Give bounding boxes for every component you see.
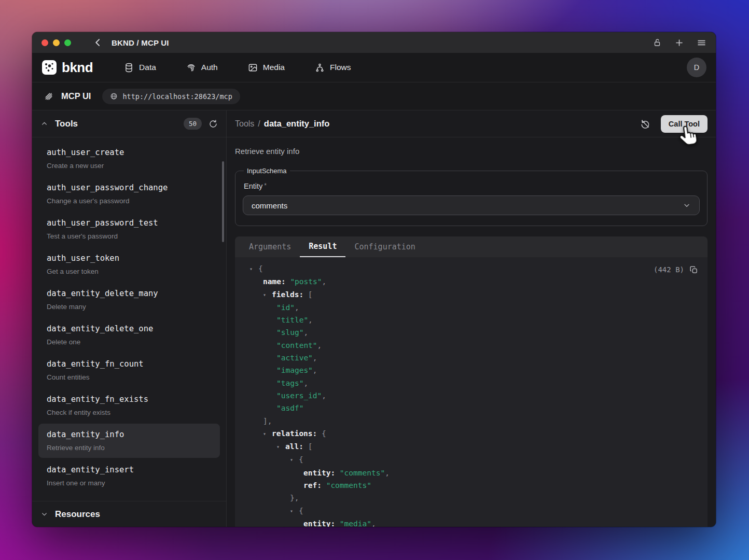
history-off-button[interactable] [640, 119, 650, 129]
close-window-button[interactable] [41, 39, 48, 46]
breadcrumb-current-tool: data_entity_info [264, 119, 330, 129]
nav-item-data[interactable]: Data [124, 63, 156, 73]
back-button[interactable] [93, 37, 103, 48]
window-title: BKND / MCP UI [112, 38, 169, 47]
copy-icon [689, 265, 698, 274]
collapse-toggle-icon[interactable]: ▾ [290, 454, 299, 466]
json-line: "tags", [243, 377, 699, 389]
collapse-toggle-icon[interactable]: ▾ [263, 289, 272, 301]
app-window: BKND / MCP UI bknd Data Auth [32, 32, 716, 527]
minimize-window-button[interactable] [53, 39, 60, 46]
tool-desc: Insert one or many [47, 479, 212, 487]
tool-name: auth_user_token [47, 253, 212, 263]
tool-desc: Delete many [47, 302, 212, 311]
json-line: "slug", [243, 326, 699, 339]
sidebar-scrollbar-thumb[interactable] [222, 161, 224, 242]
mcp-stack-icon [44, 91, 54, 102]
chevron-down-icon [40, 510, 48, 518]
collapse-toggle-icon[interactable]: ▾ [263, 428, 272, 440]
input-schema-legend: InputSchema [244, 167, 290, 175]
brand-name: bknd [62, 60, 93, 76]
json-line: ▾all: [ [243, 440, 699, 453]
tool-list-item[interactable]: data_entity_fn_existsCheck if entity exi… [38, 388, 220, 423]
nav-item-flows[interactable]: Flows [315, 63, 351, 73]
tools-header-label: Tools [55, 119, 78, 129]
json-line: "asdf" [243, 402, 699, 414]
json-line: ref: "comments" [243, 479, 699, 492]
nav-item-label: Media [263, 63, 285, 72]
json-line: "content", [243, 339, 699, 352]
resources-section-header[interactable]: Resources [32, 501, 226, 527]
collapse-toggle-icon[interactable]: ▾ [249, 263, 258, 275]
tool-list-item[interactable]: data_entity_insertInsert one or many [38, 459, 220, 493]
tool-detail-panel: Tools / data_entity_info Call Tool Retri… [227, 110, 716, 527]
tool-list: auth_user_createCreate a new userauth_us… [32, 137, 226, 501]
refresh-tools-button[interactable] [209, 119, 218, 129]
copy-result-button[interactable] [689, 265, 698, 274]
flow-branch-icon [315, 63, 325, 73]
tool-name: data_entity_fn_count [47, 359, 212, 369]
json-line: }, [243, 492, 699, 504]
entity-select[interactable]: comments [243, 195, 700, 215]
brand-logo[interactable]: bknd [41, 60, 93, 76]
mcp-ui-title: MCP UI [61, 91, 91, 101]
tool-desc: Count entities [47, 373, 212, 382]
new-tab-button[interactable] [674, 38, 684, 48]
nav-item-media[interactable]: Media [248, 63, 285, 73]
tab-result[interactable]: Result [300, 236, 345, 257]
tool-detail-body: Retrieve entity info InputSchema Entity*… [227, 137, 716, 527]
refresh-icon [209, 119, 218, 129]
tools-sidebar: Tools 50 auth_user_createCreate a new us… [32, 110, 227, 527]
nav-items: Data Auth Media Flows [124, 63, 351, 73]
bknd-logo-icon [41, 60, 57, 75]
json-lines: ▾{name: "posts",▾fields: ["id","title","… [243, 262, 699, 527]
tool-list-item[interactable]: auth_user_tokenGet a user token [38, 247, 220, 282]
maximize-window-button[interactable] [64, 39, 71, 46]
mcp-ui-bar: MCP UI http://localhost:28623/mcp [32, 82, 716, 110]
collapse-toggle-icon[interactable]: ▾ [276, 441, 285, 453]
tool-list-item[interactable]: auth_user_password_changeChange a user's… [38, 177, 220, 211]
tool-name: data_entity_info [47, 429, 212, 440]
tool-name: data_entity_delete_many [47, 288, 212, 299]
breadcrumb-section[interactable]: Tools [235, 119, 254, 129]
json-line: ▾{ [243, 262, 699, 275]
tool-name: data_entity_delete_one [47, 324, 212, 334]
globe-icon [110, 92, 118, 100]
menu-button[interactable] [697, 38, 706, 48]
plus-icon [674, 38, 684, 48]
json-line: "active", [243, 352, 699, 364]
app-navbar: bknd Data Auth Media Flows D [32, 53, 716, 82]
tools-section-header[interactable]: Tools 50 [32, 110, 226, 137]
tool-name: auth_user_password_test [47, 218, 212, 228]
json-line: entity: "comments", [243, 467, 699, 479]
server-url-pill[interactable]: http://localhost:28623/mcp [102, 89, 240, 104]
json-line: ], [243, 415, 699, 427]
tools-count-badge: 50 [184, 118, 202, 130]
tool-desc: Create a new user [47, 161, 212, 170]
tool-desc: Change a user's password [47, 197, 212, 205]
hamburger-menu-icon [697, 38, 706, 48]
result-json-viewer: (442 B) ▾{name: "posts",▾fields: ["id","… [235, 257, 708, 527]
tool-list-item[interactable]: auth_user_createCreate a new user [38, 142, 220, 176]
input-schema-fieldset: InputSchema Entity* comments [235, 167, 708, 226]
tool-name: auth_user_password_change [47, 183, 212, 193]
tool-list-item[interactable]: data_entity_infoRetrieve entity info [38, 424, 220, 458]
chevron-up-icon [40, 120, 48, 128]
resources-header-label: Resources [55, 509, 100, 520]
tool-list-item[interactable]: data_entity_delete_oneDelete one [38, 318, 220, 352]
tool-list-item[interactable]: data_entity_delete_manyDelete many [38, 283, 220, 317]
tool-description: Retrieve entity info [235, 147, 708, 156]
tab-arguments[interactable]: Arguments [240, 236, 300, 257]
fingerprint-icon [186, 63, 196, 73]
lock-open-icon [653, 38, 662, 47]
tool-list-item[interactable]: data_entity_fn_countCount entities [38, 353, 220, 387]
tool-list-item[interactable]: auth_user_password_testTest a user's pas… [38, 212, 220, 246]
collapse-toggle-icon[interactable]: ▾ [290, 505, 299, 517]
nav-item-label: Auth [201, 63, 218, 72]
lock-open-button[interactable] [653, 38, 662, 47]
json-line: "title", [243, 314, 699, 326]
nav-item-auth[interactable]: Auth [186, 63, 218, 73]
tab-configuration[interactable]: Configuration [345, 236, 424, 257]
user-avatar[interactable]: D [687, 58, 706, 77]
tool-name: auth_user_create [47, 147, 212, 158]
